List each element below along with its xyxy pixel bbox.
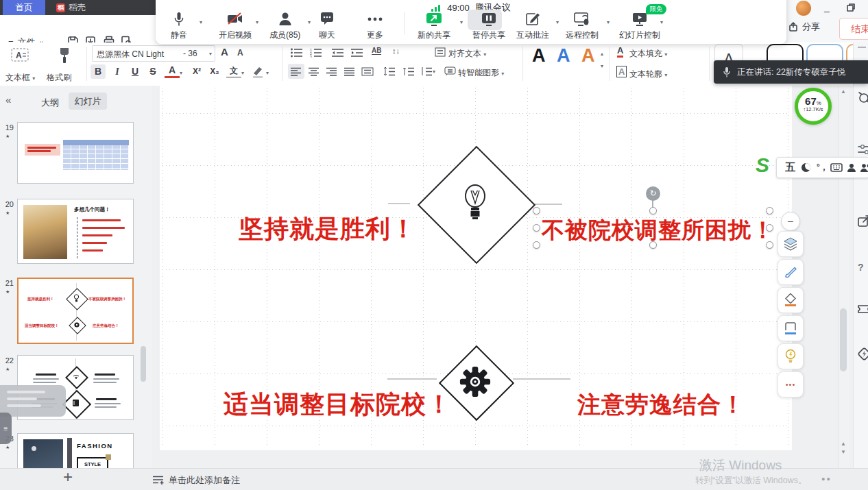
caret-up-icon[interactable]: ▴ <box>601 51 603 57</box>
coupon-icon[interactable] <box>858 303 868 314</box>
shape-fill-button[interactable] <box>777 287 804 313</box>
tab-outline[interactable]: 大纲 <box>41 97 59 109</box>
caret-down-icon[interactable]: ▾ <box>266 70 269 76</box>
night-mode-icon[interactable] <box>801 158 810 177</box>
text-direction-icon[interactable]: ↕↓ <box>392 47 400 55</box>
slide-thumbnail-23[interactable]: FASHION STYLE <box>17 433 134 468</box>
text-fill-button[interactable]: 文本填充 ▾ <box>629 48 667 60</box>
mute-button[interactable]: 静音 <box>171 12 187 41</box>
sogou-logo-icon[interactable]: S <box>756 154 769 177</box>
quick-tools-icon[interactable] <box>858 92 868 104</box>
users-icon[interactable] <box>860 158 868 177</box>
punctuation-mode[interactable]: °， <box>817 158 828 177</box>
export-arrow-icon[interactable] <box>858 215 868 228</box>
add-notes-field[interactable]: 单击此处添加备注 <box>169 474 240 487</box>
selection-handle[interactable] <box>766 224 773 232</box>
sogou-wubi-mode[interactable]: 五 <box>785 158 795 177</box>
caret-down-icon[interactable]: ▾ <box>607 19 610 25</box>
selection-handle[interactable] <box>533 241 540 249</box>
line-height-button[interactable]: ▾ <box>420 64 436 79</box>
slide-text-3[interactable]: 适当调整目标院校！ <box>224 388 452 421</box>
user-icon[interactable] <box>847 158 856 177</box>
slide-thumbnail-19[interactable] <box>17 122 134 184</box>
remote-control-button[interactable]: 远程控制 <box>566 12 599 41</box>
caret-down-icon[interactable]: ▾ <box>660 19 663 25</box>
selection-handle[interactable] <box>649 207 657 215</box>
underline-button[interactable]: U <box>128 64 143 79</box>
pinyin-guide-button[interactable]: 文 <box>226 64 241 77</box>
text-outline-button[interactable]: 文本轮廓 ▾ <box>629 69 667 80</box>
caret-down-icon[interactable]: ▾ <box>180 70 182 76</box>
members-button[interactable]: 成员(85) <box>269 12 300 41</box>
rotate-handle[interactable]: ↻ <box>646 186 660 201</box>
art-text-preset-black[interactable]: A <box>532 45 546 66</box>
shrink-font-button[interactable]: A <box>237 48 243 58</box>
decrease-indent-icon[interactable] <box>332 48 344 58</box>
canvas-scrollbar-thumb[interactable] <box>840 308 847 371</box>
increase-indent-icon[interactable] <box>351 48 363 58</box>
minimize-button[interactable]: – <box>824 5 830 16</box>
tab-slides[interactable]: 幻灯片 <box>69 93 107 110</box>
layers-button[interactable] <box>777 231 804 257</box>
distribute-button[interactable] <box>359 64 376 79</box>
highlighter-icon[interactable] <box>251 65 265 79</box>
panel-drag-handle[interactable]: ≡ <box>0 413 12 444</box>
caret-down-icon[interactable]: ▾ <box>241 70 244 76</box>
canvas-scrollbar[interactable] <box>838 86 849 468</box>
idea-button[interactable] <box>777 343 804 369</box>
textbox-button[interactable]: 文本框 ▾ <box>5 72 35 84</box>
character-spacing-icon[interactable]: AB <box>372 47 381 55</box>
superscript-button[interactable]: X² <box>189 64 204 79</box>
tab-docer[interactable]: 稻 稻壳 <box>53 0 86 15</box>
chat-button[interactable]: 聊天 <box>319 12 335 41</box>
share-button[interactable]: 分享 <box>788 21 820 33</box>
art-text-preset-blue[interactable]: A <box>557 45 570 66</box>
previous-slide-icon[interactable]: ▲ <box>841 441 846 447</box>
grow-font-button[interactable]: A <box>221 46 228 58</box>
caret-down-icon[interactable]: ▾ <box>308 19 311 25</box>
align-text-button[interactable]: 对齐文本 ▾ <box>448 48 486 60</box>
keyboard-icon[interactable] <box>830 158 843 177</box>
start-video-button[interactable]: 开启视频 <box>219 12 252 41</box>
format-painter-button[interactable]: 格式刷 <box>47 72 71 84</box>
smart-graphic-button[interactable]: 转智能图形 ▾ <box>458 67 504 79</box>
help-icon[interactable]: ? <box>858 262 864 273</box>
collapse-toolbar-button[interactable]: – <box>781 212 800 231</box>
strip-handle[interactable] <box>858 47 866 48</box>
numbered-list-icon[interactable]: 123 <box>310 48 322 58</box>
end-share-button[interactable]: 结束共享 <box>839 18 868 40</box>
avatar[interactable] <box>796 1 811 16</box>
slide-control-button[interactable]: 幻灯片控制 <box>619 12 660 41</box>
panel-scrollbar-thumb[interactable] <box>141 346 146 382</box>
font-color-button[interactable]: A <box>165 64 180 78</box>
font-name-select[interactable]: 思源黑体 CN Light - 36 ▾ <box>92 45 215 62</box>
italic-button[interactable]: I <box>110 64 125 79</box>
caret-down-icon[interactable]: ▾ <box>200 19 202 25</box>
art-text-preset-orange[interactable]: A <box>581 45 595 66</box>
next-slide-icon[interactable]: ▼ <box>841 449 846 455</box>
align-right-button[interactable] <box>324 64 340 79</box>
network-speed-badge[interactable]: 67% ↑12.7K/s <box>795 88 832 125</box>
more-tools-button[interactable]: ••• <box>777 371 804 397</box>
caret-down-icon[interactable]: ▾ <box>460 19 463 25</box>
selection-handle[interactable] <box>533 224 540 232</box>
paragraph-spacing-icon[interactable] <box>400 64 417 79</box>
justify-button[interactable] <box>341 64 358 79</box>
align-text-icon[interactable] <box>435 47 446 57</box>
tab-home[interactable]: 首页 <box>3 0 45 15</box>
line-spacing-increase-icon[interactable] <box>381 64 398 79</box>
slide-text-2[interactable]: 不被院校调整所困扰！ <box>542 215 775 246</box>
annotation-button[interactable]: 互动批注 <box>516 12 549 41</box>
align-center-button[interactable] <box>306 64 322 79</box>
more-button[interactable]: 更多 <box>367 12 383 41</box>
settings-sliders-icon[interactable] <box>858 144 868 155</box>
frame-style-button[interactable] <box>777 315 804 341</box>
selection-handle[interactable] <box>766 207 773 215</box>
selection-handle[interactable] <box>533 207 540 215</box>
add-slide-button[interactable]: + <box>63 467 73 487</box>
scroll-up-icon[interactable]: ▲ <box>841 88 846 95</box>
pause-share-button[interactable]: 暂停共享 <box>472 12 505 41</box>
strikethrough-button[interactable]: S <box>145 64 160 79</box>
caret-down-icon[interactable]: ▾ <box>256 19 258 25</box>
new-share-button[interactable]: 新的共享 <box>418 12 450 41</box>
